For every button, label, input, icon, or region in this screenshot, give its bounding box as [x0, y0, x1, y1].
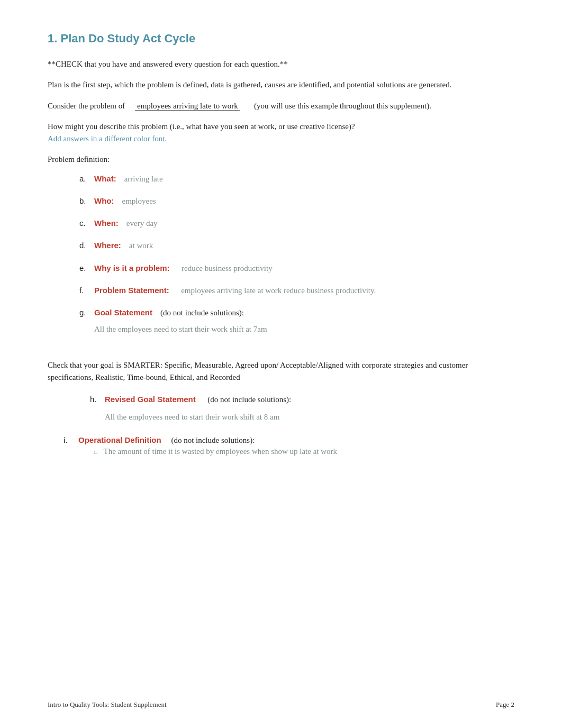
letter-c: c.	[79, 217, 94, 229]
list-item-c: c. When: every day	[79, 217, 514, 230]
label-revised-goal: Revised Goal Statement	[105, 395, 196, 404]
answer-why: reduce business productivity	[182, 264, 273, 272]
label-who: Who:	[94, 196, 114, 205]
describe-problem: How might you describe this problem (i.e…	[48, 121, 514, 145]
consider-prefix: Consider the problem of	[48, 102, 125, 110]
label-what: What:	[94, 174, 116, 183]
check-instruction: **CHECK that you have and answered every…	[48, 58, 514, 70]
answer-when: every day	[126, 219, 158, 228]
letter-b: b.	[79, 195, 94, 207]
op-def-content: □ The amount of time it is wasted by emp…	[94, 447, 337, 456]
op-def-item-i: i. Operational Definition (do not includ…	[64, 435, 514, 456]
label-where: Where:	[94, 241, 121, 250]
answer-goal-statement: All the employees need to start their wo…	[94, 323, 267, 335]
list-item-h: h. Revised Goal Statement (do not includ…	[90, 393, 514, 424]
revised-goal-list: h. Revised Goal Statement (do not includ…	[90, 393, 514, 424]
op-def-suffix: (do not include solutions):	[171, 436, 255, 444]
answer-where: at work	[129, 241, 153, 250]
smarter-check: Check that your goal is SMARTER: Specifi…	[48, 359, 514, 384]
operational-definition-section: i. Operational Definition (do not includ…	[64, 435, 514, 456]
letter-e: e.	[79, 262, 94, 274]
letter-g: g.	[79, 306, 94, 319]
consider-paragraph: Consider the problem of employees arrivi…	[48, 100, 514, 112]
letter-h: h.	[90, 393, 105, 405]
list-item-b: b. Who: employees	[79, 195, 514, 207]
letter-i: i.	[64, 435, 78, 444]
page: 1. Plan Do Study Act Cycle **CHECK that …	[0, 0, 562, 728]
letter-d: d.	[79, 239, 94, 251]
color-instruction: Add answers in a different color font.	[48, 134, 167, 143]
answer-operational-def: The amount of time it is wasted by emplo…	[104, 447, 338, 456]
label-problem-statement: Problem Statement:	[94, 286, 169, 295]
label-operational-def: Operational Definition	[78, 435, 161, 444]
consider-suffix: (you will use this example throughout th…	[254, 102, 431, 110]
list-item-d: d. Where: at work	[79, 239, 514, 252]
revised-goal-suffix: (do not include solutions):	[207, 395, 291, 404]
list-item-g: g. Goal Statement (do not include soluti…	[79, 306, 514, 336]
problem-list: a. What: arriving late b. Who: employees…	[79, 172, 514, 336]
label-when: When:	[94, 219, 119, 228]
footer-left: Intro to Quality Tools: Student Suppleme…	[48, 700, 167, 709]
answer-who: employees	[122, 197, 156, 205]
consider-topic: employees arriving late to work	[135, 102, 240, 111]
answer-revised-goal: All the employees need to start their wo…	[105, 411, 291, 423]
bullet-icon: □	[94, 449, 97, 455]
label-why: Why is it a problem:	[94, 263, 170, 272]
footer: Intro to Quality Tools: Student Suppleme…	[48, 700, 514, 709]
list-item-a: a. What: arriving late	[79, 172, 514, 185]
letter-f: f.	[79, 284, 94, 296]
problem-definition-label: Problem definition:	[48, 153, 514, 166]
label-goal-statement: Goal Statement	[94, 308, 152, 317]
plan-description: Plan is the first step, which the proble…	[48, 79, 514, 91]
letter-a: a.	[79, 172, 94, 185]
list-item-f: f. Problem Statement: employees arriving…	[79, 284, 514, 297]
footer-right: Page 2	[496, 700, 514, 709]
answer-problem-statement: employees arriving late at work reduce b…	[181, 286, 376, 295]
goal-statement-suffix: (do not include solutions):	[160, 308, 244, 317]
section-title: 1. Plan Do Study Act Cycle	[48, 32, 514, 46]
list-item-e: e. Why is it a problem: reduce business …	[79, 262, 514, 275]
answer-what: arriving late	[124, 175, 163, 183]
